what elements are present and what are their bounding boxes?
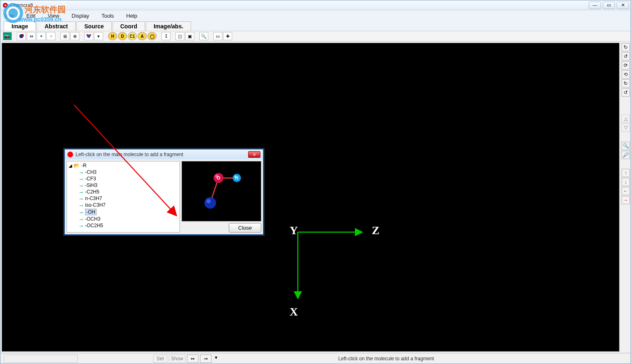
rotate-cw-button[interactable]: ↻	[622, 43, 630, 51]
tab-image-abs[interactable]: Image/abs.	[146, 21, 191, 31]
tree-item[interactable]: ⊸-OH	[68, 208, 179, 216]
status-dropdown-icon[interactable]: ▾	[213, 355, 219, 363]
flip-v-button[interactable]: ▽	[622, 124, 630, 132]
canvas-viewport[interactable]: Y Z X Left-click on the main molecule to…	[2, 43, 619, 352]
tree-item[interactable]: ⊸iso-C3H7	[68, 202, 179, 208]
atom-style-button[interactable]	[17, 32, 26, 40]
label-d-button[interactable]: D	[118, 32, 127, 40]
dropdown-icon[interactable]: ▾	[94, 32, 103, 40]
move-up-button[interactable]: ↑	[622, 169, 630, 177]
tab-coord[interactable]: Coord	[113, 21, 145, 31]
measure-button[interactable]: ↧	[161, 32, 170, 40]
fragment-icon: ⊸	[79, 210, 83, 214]
fragment-icon: ⊸	[79, 196, 83, 200]
tree-item-label: -CF3	[85, 176, 96, 182]
view2-button[interactable]: ▣	[185, 32, 194, 40]
dialog-titlebar[interactable]: Left-click on the main molecule to add a…	[65, 150, 263, 159]
folder-icon: 📂	[74, 163, 80, 168]
svg-point-11	[205, 197, 216, 209]
tree-root[interactable]: ◢ 📂 -R	[68, 162, 179, 169]
zoom-in-button[interactable]: 🔍	[622, 142, 630, 150]
fragment-preview: O H	[182, 161, 261, 221]
fragment-icon: ⊸	[79, 170, 83, 174]
app-icon	[2, 2, 9, 9]
group2-button[interactable]: ⊕	[70, 32, 79, 40]
status-seg-1	[4, 355, 78, 363]
maximize-button[interactable]: ▭	[603, 2, 615, 9]
tab-abstract[interactable]: Abstract	[37, 21, 76, 31]
move-tool-button[interactable]: ✦	[37, 32, 46, 40]
menu-tools[interactable]: Tools	[100, 12, 115, 20]
move-left-button[interactable]: ←	[622, 187, 630, 195]
view1-button[interactable]: ◫	[175, 32, 184, 40]
status-width-button[interactable]: ⇔	[187, 355, 198, 363]
tree-item[interactable]: ⊸-SiH3	[68, 182, 179, 189]
rotate-z-button[interactable]: ↻	[622, 79, 630, 88]
tree-item-label: -CH3	[85, 169, 97, 175]
select-tool-button[interactable]: ✧	[46, 32, 55, 40]
label-h-button[interactable]: H	[108, 32, 117, 40]
tree-item-label: n-C3H7	[85, 196, 102, 201]
fragment-tree[interactable]: ◢ 📂 -R ⊸-CH3⊸-CF3⊸-SiH3⊸-C2H5⊸n-C3H7⊸iso…	[67, 161, 180, 233]
tree-item-label: iso-C3H7	[85, 202, 106, 208]
rotate-z2-button[interactable]: ↺	[622, 88, 630, 97]
dialog-close-button[interactable]: Close	[229, 223, 261, 233]
flip-h-button[interactable]: △	[622, 115, 630, 123]
close-button[interactable]: ✕	[617, 2, 629, 9]
tree-item-label: -OCH3	[85, 216, 100, 222]
tree-item-label: -OC2H5	[85, 223, 103, 228]
menu-help[interactable]: Help	[124, 12, 139, 20]
menu-edit[interactable]: Edit	[25, 12, 37, 20]
move-down-button[interactable]: ↓	[622, 178, 630, 186]
svg-text:H: H	[235, 176, 238, 180]
zoom-out-button[interactable]: 🔎	[622, 151, 630, 159]
label-c1-button[interactable]: C1	[128, 32, 137, 40]
tree-item[interactable]: ⊸n-C3H7	[68, 195, 179, 202]
move-right-button[interactable]: →	[622, 196, 630, 204]
menu-view[interactable]: View	[46, 12, 61, 20]
tree-item[interactable]: ⊸-C2H5	[68, 189, 179, 195]
rotate-ccw-button[interactable]: ↺	[622, 52, 630, 60]
status-set-button[interactable]: Set	[153, 355, 167, 363]
zoom-button[interactable]: 🔍	[199, 32, 208, 40]
status-message: Left-click on the molecule to add a frag…	[219, 356, 553, 362]
menu-file[interactable]: File	[4, 12, 16, 20]
status-right-button[interactable]: ⇒	[200, 355, 212, 363]
group1-button[interactable]: ⊞	[60, 32, 69, 40]
tree-item-label: -OH	[85, 209, 97, 215]
menu-display[interactable]: Display	[70, 12, 91, 20]
misc2-button[interactable]: ✚	[223, 32, 232, 40]
statusbar: Set Show ⇔ ⇒ ▾ Left-click on the molecul…	[0, 353, 631, 364]
tree-item[interactable]: ⊸-CH3	[68, 169, 179, 175]
dialog-title: Left-click on the main molecule to add a…	[76, 152, 248, 157]
status-show-button[interactable]: Show	[169, 355, 185, 363]
label-a-button[interactable]: A	[138, 32, 147, 40]
misc1-button[interactable]: ▭	[213, 32, 222, 40]
workspace: Y Z X Left-click on the main molecule to…	[0, 41, 631, 353]
fragment-icon: ⊸	[79, 203, 83, 207]
fragment-icon: ⊸	[79, 217, 83, 221]
fragment-icon: ⊸	[79, 190, 83, 194]
dialog-icon	[67, 152, 73, 157]
rotate-y2-button[interactable]: ⟲	[622, 70, 630, 78]
dialog-close-x[interactable]: ✕	[248, 151, 260, 158]
tree-item[interactable]: ⊸-OC2H5	[68, 222, 179, 229]
minimize-button[interactable]: —	[589, 2, 601, 9]
tree-item[interactable]: ⊸-OCH3	[68, 216, 179, 222]
side-toolbar: ↻ ↺ ⟳ ⟲ ↻ ↺ △ ▽ 🔍 🔎 ↑ ↓ ← →	[621, 41, 631, 353]
svg-point-12	[207, 199, 211, 203]
drag-tool-button[interactable]: ⇔	[27, 32, 36, 40]
tab-image[interactable]: Image	[4, 21, 36, 31]
atom-build-button[interactable]	[84, 32, 93, 40]
menubar: File Edit View Display Tools Help	[0, 10, 631, 21]
tree-item[interactable]: ⊸-CF3	[68, 175, 179, 182]
app-title: Chemcraft	[10, 2, 589, 8]
camera-button[interactable]: 📷	[3, 32, 12, 40]
label-ring-button[interactable]: ◯	[147, 32, 157, 40]
svg-text:O: O	[217, 175, 221, 180]
tab-source[interactable]: Source	[76, 21, 111, 31]
axis-y-label: Y	[290, 224, 298, 237]
tree-item-label: -C2H5	[85, 189, 99, 195]
rotate-y-button[interactable]: ⟳	[622, 61, 630, 69]
tabbar: Image Abstract Source Coord Image/abs.	[0, 21, 631, 31]
